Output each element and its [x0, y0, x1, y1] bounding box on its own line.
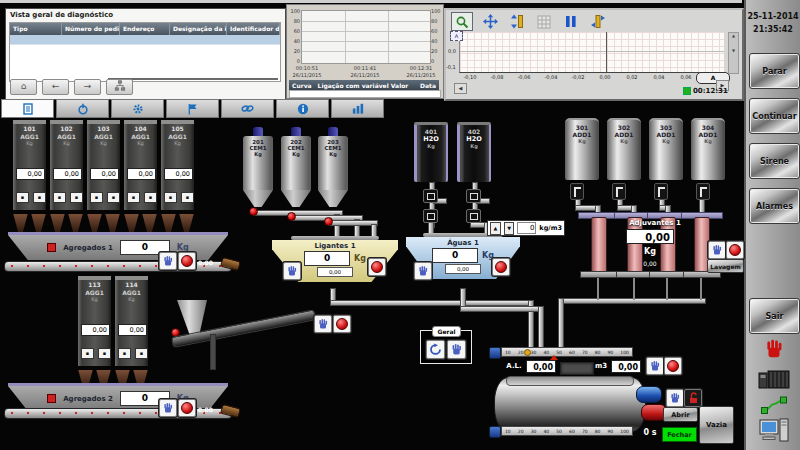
add2-pump[interactable]: [612, 183, 626, 200]
col-numero-pedido[interactable]: Número do pedido: [62, 23, 120, 35]
tab-power[interactable]: [56, 99, 109, 118]
curve-select-button[interactable]: [588, 13, 608, 30]
col-endereco[interactable]: Endereço: [120, 23, 170, 35]
bin-114: 114 AGG1 Kg 0,00 ▪▪: [115, 276, 148, 366]
tree-view-button[interactable]: [106, 79, 133, 95]
computer-icon[interactable]: [746, 418, 800, 444]
bin-103: 103 AGG1 Kg 0,00 ▪▪: [87, 120, 120, 210]
agregados1-manual-button[interactable]: [159, 252, 177, 270]
moisture-value[interactable]: 0: [517, 222, 536, 234]
geral-manual-button[interactable]: [447, 340, 466, 359]
add4-pump[interactable]: [696, 183, 710, 200]
diagnostics-table-header: Tipo Número do pedido Endereço Designaçã…: [10, 23, 280, 35]
gate1-button[interactable]: ▪: [164, 192, 177, 203]
gate2-button[interactable]: ▪: [181, 192, 194, 203]
hand-icon: [649, 360, 661, 372]
h2o2-valve-2[interactable]: [466, 209, 481, 223]
m3-label: m3: [593, 362, 609, 370]
forward-button[interactable]: →: [74, 79, 101, 95]
gate2-button[interactable]: ▪: [135, 348, 148, 359]
moisture-up-button[interactable]: ▲: [490, 222, 501, 235]
aguas-manual-button[interactable]: [414, 262, 432, 280]
network-cable-icon[interactable]: [746, 396, 800, 414]
gate1-button[interactable]: ▪: [81, 348, 94, 359]
tank-301: 301ADD1Kg: [565, 118, 599, 180]
gate-manual-button[interactable]: [666, 389, 684, 407]
vertical-scrollbar[interactable]: ▲▼: [728, 32, 739, 74]
back-button[interactable]: ←: [42, 79, 69, 95]
gate1-button[interactable]: ▪: [127, 192, 140, 203]
grid-toggle-button[interactable]: [534, 13, 554, 30]
tab-overview[interactable]: [1, 99, 54, 118]
agregados2-stop-button[interactable]: [178, 399, 196, 417]
tab-statistics[interactable]: [331, 99, 384, 118]
lavagem-button[interactable]: Lavagem: [707, 259, 744, 273]
add3-pump[interactable]: [654, 183, 668, 200]
aguas-stop-button[interactable]: [492, 258, 510, 276]
col-tipo[interactable]: Tipo: [10, 23, 62, 35]
fechar-button[interactable]: Fechar: [662, 427, 697, 442]
table-scrollbar[interactable]: [108, 78, 278, 80]
stop-hand-icon[interactable]: [746, 338, 800, 360]
gate1-button[interactable]: ▪: [118, 348, 131, 359]
col-identificador[interactable]: Identificador de ...: [227, 23, 280, 35]
tank-401: 401 H2O Kg: [414, 122, 448, 182]
continuar-button[interactable]: Continuar: [749, 98, 800, 134]
trend-plot-area[interactable]: [459, 32, 724, 73]
cursor-marker-a[interactable]: A: [450, 31, 463, 41]
h2o1-valve-1[interactable]: [423, 189, 438, 203]
y-tick: 100: [287, 8, 300, 14]
gate2-button[interactable]: ▪: [33, 192, 46, 203]
navigation-tabs: [1, 99, 384, 118]
vertical-scale-button[interactable]: [507, 13, 527, 30]
weight-display: 0,00: [118, 324, 147, 336]
zoom-tool-button[interactable]: [451, 12, 473, 31]
ligantes-manual-button[interactable]: [283, 262, 301, 280]
tab-info[interactable]: [276, 99, 329, 118]
sair-button[interactable]: Sair: [749, 298, 800, 334]
tab-settings[interactable]: [111, 99, 164, 118]
parar-button[interactable]: Parar: [749, 53, 800, 89]
h2o1-valve-2[interactable]: [423, 209, 438, 223]
gate2-button[interactable]: ▪: [70, 192, 83, 203]
silo-201-valve[interactable]: [249, 207, 258, 216]
adjuvantes-manual-button[interactable]: [708, 241, 726, 259]
add1-pump[interactable]: [570, 183, 584, 200]
tab-connection[interactable]: [221, 99, 274, 118]
pause-button[interactable]: [561, 13, 581, 30]
agregados1-stop-button[interactable]: [178, 252, 196, 270]
conveyor-stop-button[interactable]: [333, 315, 351, 333]
gate2-button[interactable]: ▪: [144, 192, 157, 203]
gate2-button[interactable]: ▪: [107, 192, 120, 203]
home-button[interactable]: ⌂: [10, 79, 37, 95]
bin-funnels: [87, 214, 120, 232]
h2o2-valve-1[interactable]: [466, 189, 481, 203]
tab-flag[interactable]: [166, 99, 219, 118]
silo-203-valve[interactable]: [324, 217, 333, 226]
mixer-manual-button[interactable]: [646, 357, 664, 375]
silo-202-valve[interactable]: [287, 212, 296, 221]
plc-icon[interactable]: [746, 368, 800, 390]
mixer-stop-button[interactable]: [664, 357, 682, 375]
col-designacao[interactable]: Designação da in...: [170, 23, 227, 35]
alarmes-button[interactable]: Alarmes: [749, 188, 800, 224]
conveyor-manual-button[interactable]: [314, 315, 332, 333]
moisture-down-button[interactable]: ▼: [504, 222, 515, 235]
vazia-button[interactable]: Vazia: [699, 406, 734, 444]
sirene-button[interactable]: Sirene: [749, 143, 800, 179]
gate1-button[interactable]: ▪: [90, 192, 103, 203]
geral-auto-button[interactable]: [426, 340, 445, 359]
pan-tool-button[interactable]: [480, 13, 500, 30]
ligantes-stop-button[interactable]: [368, 258, 386, 276]
scroll-left-button[interactable]: ◀: [454, 83, 467, 94]
adjuvantes-stop-button[interactable]: [726, 241, 744, 259]
ligantes-unit: Kg: [354, 254, 366, 263]
gate1-button[interactable]: ▪: [53, 192, 66, 203]
gate2-button[interactable]: ▪: [98, 348, 111, 359]
gate-lock-button[interactable]: [684, 389, 702, 407]
abrir-button[interactable]: Abrir: [663, 407, 698, 422]
agregados2-manual-button[interactable]: [159, 399, 177, 417]
gate1-button[interactable]: ▪: [16, 192, 29, 203]
y-tick: 80: [431, 18, 443, 24]
table-row[interactable]: [10, 35, 280, 45]
